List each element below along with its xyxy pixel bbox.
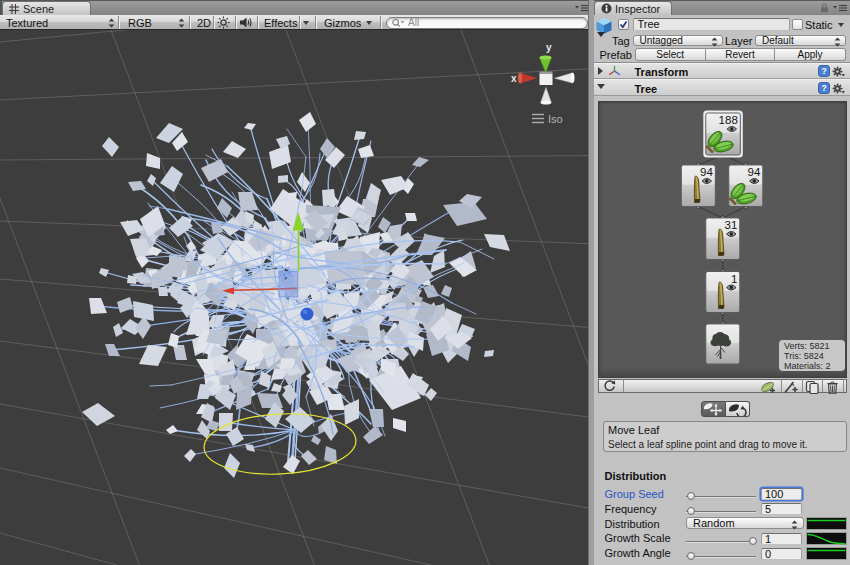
svg-text:188: 188 bbox=[718, 114, 737, 126]
svg-text:94: 94 bbox=[747, 166, 760, 178]
svg-text:x: x bbox=[511, 73, 517, 84]
svg-text:?: ? bbox=[821, 83, 826, 93]
svg-text:Iso: Iso bbox=[548, 113, 563, 125]
svg-text:y: y bbox=[546, 42, 552, 53]
svg-text:?: ? bbox=[821, 66, 826, 76]
